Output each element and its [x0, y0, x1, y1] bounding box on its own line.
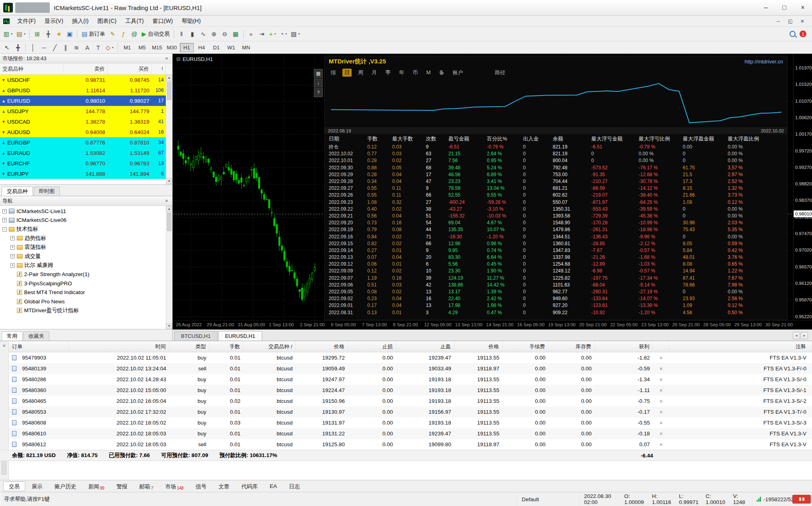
tree-collapse-icon[interactable]: −	[2, 227, 7, 232]
navigator-item[interactable]: +震荡指标	[0, 243, 172, 252]
mtdriver-menu-item-3[interactable]: 周	[356, 69, 365, 77]
mtdriver-menu-item-6[interactable]: 年	[397, 69, 406, 77]
navigator-item[interactable]: +比尔 威廉姆	[0, 261, 172, 270]
terminal-tab-9[interactable]: 文章	[213, 482, 235, 491]
terminal-tab-4[interactable]: 新闻99	[83, 482, 110, 491]
profiles-button[interactable]: ▤▾	[14, 28, 27, 39]
scrollbar-thumb[interactable]	[167, 81, 171, 100]
close-button[interactable]: ×	[794, 0, 812, 15]
minimize-button[interactable]: –	[757, 0, 775, 15]
mtdriver-menu-item-2[interactable]: 日	[342, 69, 352, 77]
close-order-button[interactable]: ×	[653, 398, 669, 404]
orders-column-header-2[interactable]: 时间	[69, 341, 169, 352]
orders-column-header-5[interactable]: 交易品种 /	[244, 341, 296, 352]
mtdriver-menu-item-7[interactable]: 币	[411, 69, 420, 77]
orders-column-header-10[interactable]: 手续费	[503, 341, 549, 352]
scroll-down-icon[interactable]: ▼	[166, 323, 172, 329]
market-watch-row[interactable]: ▲GBPUSD1.116141.11720106	[0, 85, 172, 96]
chart-tab-btcusd-h1[interactable]: BTCUSD,H1	[174, 331, 218, 341]
timeframe-m1-button[interactable]: M1	[120, 43, 134, 52]
orders-column-header-13[interactable]	[653, 341, 669, 352]
crosshair-button[interactable]: ╋	[12, 42, 23, 53]
close-order-button[interactable]: ×	[653, 420, 669, 426]
market-watch-row[interactable]: ▲EURGBP0.877760.8781034	[0, 137, 172, 148]
market-watch-row[interactable]: ▼USDCHF0.987310.9874514	[0, 75, 172, 85]
channel-button[interactable]: ∥	[60, 42, 71, 53]
scroll-up-icon[interactable]: ▲	[166, 75, 172, 81]
chart-collapse-icon[interactable]	[177, 57, 180, 61]
menu-item-4[interactable]: 图表(C)	[93, 16, 121, 26]
orders-column-header-12[interactable]: 获利	[595, 341, 653, 352]
status-profile[interactable]: Default	[518, 492, 580, 506]
navigator-item[interactable]: −技术指标	[0, 225, 172, 234]
tray-alert-badge[interactable]	[792, 495, 811, 504]
mtdriver-menu-item-8[interactable]: M	[424, 69, 433, 76]
navigator-tab-1[interactable]: 常用	[2, 331, 22, 341]
terminal-tab-6[interactable]: 邮箱7	[134, 482, 159, 491]
orders-column-header-4[interactable]: 手数	[210, 341, 244, 352]
expert-list-button[interactable]: ƒ	[118, 28, 129, 39]
mtdriver-path-button[interactable]: 路径	[495, 69, 505, 76]
zoom-in-button[interactable]: ⊕	[209, 28, 220, 39]
terminal-tab-10[interactable]: 代码库	[236, 482, 263, 491]
tree-expand-icon[interactable]: +	[2, 218, 7, 222]
terminal-button[interactable]: ▣	[64, 28, 75, 39]
market-watch-row[interactable]: ▲EURAUD1.530821.5314967	[0, 148, 172, 158]
tab-scroll-right-icon[interactable]: ▸	[801, 332, 808, 339]
terminal-tab-7[interactable]: 市场148	[160, 482, 189, 491]
navigator-item[interactable]: f2-Pair Strength Analyzer(1)	[0, 270, 172, 279]
terminal-tab-11[interactable]: EA	[264, 482, 283, 491]
bar-chart-button[interactable]: ‖	[176, 28, 187, 39]
close-order-button[interactable]: ×	[653, 409, 669, 415]
navigator-tab-2[interactable]: 收藏夹	[23, 331, 49, 341]
navigator-button[interactable]: ★	[53, 28, 64, 39]
terminal-tab-1[interactable]: 交易	[3, 482, 25, 491]
orders-column-header-11[interactable]: 库存费	[549, 341, 595, 352]
terminal-tab-8[interactable]: 信号	[190, 482, 212, 491]
mtdriver-menu-item-9[interactable]: 备	[437, 69, 446, 77]
chart-area[interactable]: EURUSD,H1 1.019701.015201.010701.006201.…	[173, 54, 812, 320]
timeframe-h4-button[interactable]: H4	[195, 43, 209, 52]
navigator-item[interactable]: +趋势指标	[0, 234, 172, 243]
navigator-item[interactable]: +ICMarketsSC-Live11	[0, 207, 172, 216]
data-window-button[interactable]: ╋	[43, 28, 53, 39]
market-watch-tab-2[interactable]: 即时图	[34, 187, 60, 196]
close-order-button[interactable]: ×	[653, 376, 669, 383]
timeframe-d1-button[interactable]: D1	[210, 43, 224, 52]
market-watch-row[interactable]: ▼AUDUSD0.640080.6402416	[0, 127, 172, 137]
mtdriver-menu-item-4[interactable]: 月	[370, 69, 379, 77]
close-order-button[interactable]: ×	[653, 431, 669, 437]
tile-windows-button[interactable]: ▦	[230, 28, 241, 39]
timeframe-mn-button[interactable]: MN	[239, 43, 253, 52]
tree-expand-icon[interactable]: +	[2, 209, 7, 213]
close-order-button[interactable]: ×	[653, 441, 669, 448]
tab-scroll-left-icon[interactable]: ◂	[793, 332, 800, 339]
new-chart-button[interactable]: ▥▾	[2, 28, 14, 39]
mql-community-button[interactable]: @	[129, 28, 140, 39]
navigator-item[interactable]: fMTDriver盈亏统计指标	[0, 306, 172, 315]
timeframe-w1-button[interactable]: W1	[224, 43, 238, 52]
timeframe-h1-button[interactable]: H1	[180, 43, 194, 52]
timeframe-m30-button[interactable]: M30	[165, 43, 179, 52]
market-watch-row[interactable]: ▲USDJPY144.778144.7791	[0, 106, 172, 116]
timeframe-m5-button[interactable]: M5	[135, 43, 149, 52]
market-watch-row[interactable]: ▼USDCAD1.382781.3831941	[0, 116, 172, 127]
close-order-button[interactable]: ×	[653, 355, 669, 361]
navigator-item[interactable]: f3-PipsScalpingPRO	[0, 279, 172, 288]
mw-column-header-2[interactable]: 卖价	[63, 63, 108, 74]
navigator-item[interactable]: fBest MT4 Trend Indicator	[0, 288, 172, 297]
metaeditor-button[interactable]: ✎	[107, 28, 118, 39]
market-watch-scrollbar[interactable]: ▲ ▼	[166, 75, 172, 184]
mw-column-header-3[interactable]: 买价	[108, 63, 152, 74]
navigator-item[interactable]: fGlobal Pro News	[0, 297, 172, 306]
scroll-up-icon[interactable]: ▲	[166, 206, 172, 212]
zoom-out-button[interactable]: ⊖	[220, 28, 230, 39]
fibonacci-button[interactable]: ≋	[71, 42, 82, 53]
orders-column-header-14[interactable]: 注释	[669, 341, 812, 352]
market-watch-tab-1[interactable]: 交易品种	[2, 187, 33, 196]
chart-shift-button[interactable]: ⇥	[256, 28, 267, 39]
orders-column-header-7[interactable]: 止损	[348, 341, 396, 352]
tree-expand-icon[interactable]: +	[10, 254, 15, 258]
orders-column-header-8[interactable]: 止盈	[396, 341, 454, 352]
candle-chart-button[interactable]: ▮	[187, 28, 198, 39]
